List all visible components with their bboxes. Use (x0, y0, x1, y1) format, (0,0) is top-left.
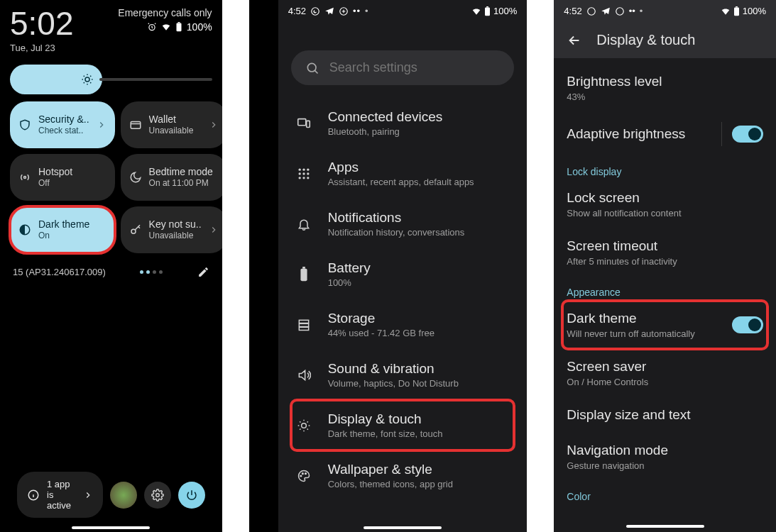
nav-handle[interactable] (72, 526, 150, 529)
toggle-adaptive[interactable] (732, 126, 763, 143)
svg-point-20 (298, 172, 300, 174)
svg-point-32 (300, 475, 302, 477)
toggle-dark-theme[interactable] (732, 316, 763, 333)
svg-point-14 (307, 63, 316, 72)
row-display-size[interactable]: Display size and text (567, 397, 763, 433)
wallet-icon (129, 118, 142, 131)
svg-rect-12 (485, 7, 490, 16)
settings-row-sub: Dark theme, font size, touch (328, 428, 443, 439)
svg-point-3 (85, 77, 89, 82)
brightness-slider[interactable] (10, 65, 212, 94)
screen-display-touch: 4:52 •• • 100% Display & touch Brightnes… (554, 0, 776, 532)
search-input[interactable] (329, 60, 501, 75)
settings-row-sound[interactable]: Sound & vibration Volume, haptics, Do No… (291, 350, 515, 400)
svg-rect-4 (131, 122, 141, 129)
edit-icon[interactable] (197, 266, 209, 278)
settings-button[interactable] (144, 482, 171, 509)
chevron-right-icon (83, 490, 93, 500)
qs-tile-bedtime[interactable]: Bedtime mode On at 11:00 PM (121, 154, 222, 201)
settings-row-display[interactable]: Display & touch Dark theme, font size, t… (291, 400, 515, 450)
settings-row-wallpaper[interactable]: Wallpaper & style Colors, themed icons, … (291, 450, 515, 501)
qs-tile-title: Key not su.. (149, 218, 202, 231)
svg-rect-37 (734, 7, 739, 16)
sound-icon (294, 368, 314, 382)
back-icon[interactable] (567, 33, 582, 48)
user-avatar[interactable] (110, 482, 137, 509)
svg-point-25 (307, 177, 309, 179)
svg-point-21 (302, 172, 305, 174)
row-brightness[interactable]: Brightness level 43% (567, 64, 763, 112)
settings-row-apps[interactable]: Apps Assistant, recent apps, default app… (291, 148, 515, 199)
page-indicator (140, 270, 163, 274)
row-lock-screen[interactable]: Lock screen Show all notification conten… (567, 180, 763, 228)
nav-handle[interactable] (364, 526, 442, 529)
row-navigation-mode[interactable]: Navigation mode Gesture navigation (567, 433, 763, 481)
settings-row-storage[interactable]: Storage 44% used - 71.42 GB free (291, 299, 515, 350)
apps-icon (294, 167, 314, 181)
svg-point-19 (307, 168, 309, 170)
row-screen-saver[interactable]: Screen saver On / Home Controls (567, 349, 763, 397)
qs-tile-wallet[interactable]: Wallet Unavailable (121, 101, 222, 148)
battery-percent: 100% (743, 6, 766, 16)
qs-tile-security[interactable]: Security &.. Check stat.. (10, 101, 115, 148)
battery-icon (733, 6, 740, 16)
battery-percent: 100% (493, 6, 517, 16)
whatsapp-icon (310, 6, 320, 16)
bell-icon (294, 217, 314, 231)
row-adaptive-brightness[interactable]: Adaptive brightness (567, 112, 763, 156)
svg-point-17 (298, 168, 300, 170)
settings-row-sub: Colors, themed icons, app grid (328, 479, 453, 489)
status-time: 4:52 (288, 6, 306, 16)
status-time: 4:52 (564, 6, 581, 16)
darktheme-icon (18, 223, 31, 236)
settings-row-sub: 44% used - 71.42 GB free (328, 328, 435, 338)
wifi-icon (721, 6, 731, 16)
qs-tile-title: Security &.. (38, 113, 89, 126)
svg-rect-13 (486, 6, 488, 7)
qs-tile-hotspot[interactable]: Hotspot Off (10, 154, 115, 201)
qs-tile-darktheme[interactable]: Dark theme On (10, 206, 115, 253)
row-screen-timeout[interactable]: Screen timeout After 5 minutes of inacti… (567, 228, 763, 277)
svg-point-33 (302, 472, 303, 474)
apps-active-chip[interactable]: 1 app is active (17, 472, 103, 518)
svg-rect-26 (300, 268, 307, 280)
battery-percent: 100% (187, 21, 212, 33)
settings-row-battery[interactable]: Battery 100% (291, 249, 515, 299)
qs-tile-keynot[interactable]: Key not su.. Unavailable (121, 206, 222, 253)
header: Display & touch (554, 22, 776, 58)
svg-rect-29 (299, 323, 308, 326)
search-bar[interactable] (291, 50, 515, 85)
svg-point-36 (616, 7, 623, 15)
chevron-right-icon (209, 225, 219, 235)
section-lock-display: Lock display (567, 156, 763, 180)
row-dark-theme[interactable]: Dark theme Will never turn off automatic… (562, 301, 767, 349)
svg-rect-30 (299, 327, 308, 330)
battery-icon (175, 22, 182, 32)
search-icon (305, 61, 319, 75)
section-appearance: Appearance (567, 277, 763, 301)
settings-row-connected[interactable]: Connected devices Bluetooth, pairing (291, 98, 515, 148)
svg-rect-38 (736, 6, 738, 7)
settings-row-sub: Volume, haptics, Do Not Disturb (328, 378, 459, 389)
qs-tile-sub: On at 11:00 PM (149, 178, 219, 188)
qs-tile-sub: Unavailable (149, 126, 202, 135)
settings-row-title: Wallpaper & style (328, 462, 453, 477)
settings-row-title: Apps (328, 160, 474, 175)
display-icon (294, 419, 314, 433)
qs-tile-sub: Off (38, 178, 106, 188)
power-button[interactable] (178, 482, 205, 509)
settings-row-notifications[interactable]: Notifications Notification history, conv… (291, 199, 515, 249)
qs-tile-sub: On (38, 231, 106, 240)
clock-time: 5:02 (10, 7, 74, 40)
qs-tile-title: Dark theme (38, 218, 106, 231)
nav-handle[interactable] (626, 525, 704, 528)
hotspot-icon (18, 171, 31, 184)
svg-point-35 (587, 7, 595, 15)
settings-row-sub: Bluetooth, pairing (328, 126, 443, 137)
svg-rect-2 (177, 22, 180, 23)
qs-tile-title: Wallet (149, 113, 202, 126)
sync-icon (615, 6, 625, 16)
chevron-right-icon (97, 120, 106, 130)
svg-point-23 (298, 177, 300, 179)
page-title: Display & touch (596, 32, 695, 48)
